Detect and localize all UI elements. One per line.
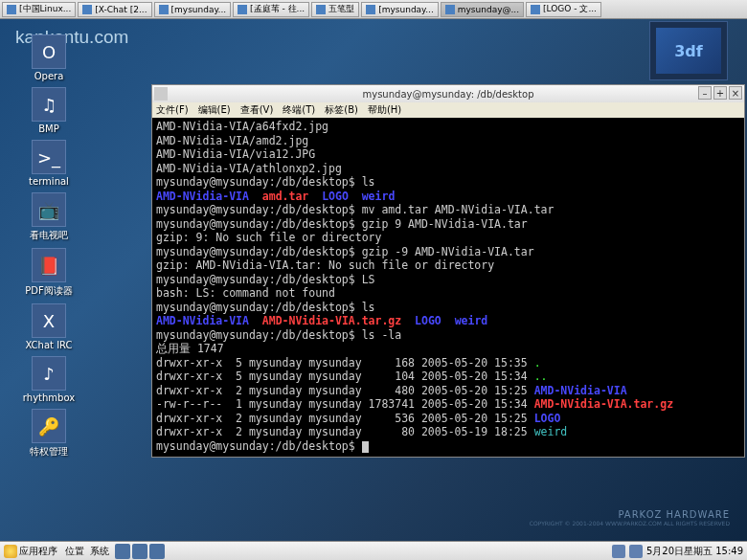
parkoz-sub: COPYRIGHT © 2001-2004 WWW.PARKOZ.COM ALL… — [530, 520, 730, 526]
app-icon: 📺 — [32, 192, 66, 227]
app-icon — [445, 5, 455, 14]
icon-label: terminal — [29, 176, 69, 187]
window-controls: – + × — [698, 86, 742, 100]
parkoz-credit: PARKOZ HARDWARE COPYRIGHT © 2001-2004 WW… — [530, 509, 730, 526]
terminal-window[interactable]: mysunday@mysunday: /db/desktop – + × 文件(… — [151, 84, 745, 458]
desktop-icon[interactable]: >_terminal — [10, 140, 88, 187]
taskbar-label: [中国Linux... — [19, 3, 71, 15]
icon-label: Opera — [34, 71, 64, 81]
taskbar-button[interactable]: mysunday@... — [441, 2, 524, 17]
menu-item[interactable]: 编辑(E) — [198, 103, 231, 117]
taskbar-label: mysunday@... — [458, 5, 519, 14]
quick-launch-item[interactable] — [132, 544, 147, 559]
desktop-icon[interactable]: 🔑特权管理 — [10, 409, 88, 459]
taskbar-button[interactable]: [mysunday... — [154, 2, 232, 17]
window-menu-icon[interactable] — [154, 87, 168, 101]
menu-item[interactable]: 查看(V) — [240, 103, 274, 117]
desktop-icon[interactable]: 📕PDF阅读器 — [10, 248, 88, 298]
app-icon: O — [32, 34, 66, 69]
taskbar-label: [X-Chat [2... — [95, 5, 147, 14]
desktop-widget: 3df — [649, 21, 728, 80]
app-icon — [316, 5, 326, 14]
app-icon — [7, 5, 16, 14]
applications-label: 应用程序 — [19, 545, 57, 558]
panel-menus: 位置系统 — [65, 545, 109, 558]
quick-launch — [115, 544, 165, 559]
taskbar-button[interactable]: [mysunday... — [361, 2, 439, 17]
icon-label: 特权管理 — [30, 445, 68, 459]
desktop-icons: OOpera♫BMP>_terminal📺看电视吧📕PDF阅读器XXChat I… — [10, 34, 88, 459]
icon-label: 看电视吧 — [30, 229, 68, 242]
icon-label: PDF阅读器 — [25, 284, 72, 298]
desktop-icon[interactable]: OOpera — [10, 34, 88, 81]
app-icon: X — [32, 303, 66, 338]
cursor — [362, 441, 369, 453]
taskbar-button[interactable]: [X-Chat [2... — [78, 2, 151, 17]
terminal-title: mysunday@mysunday: /db/desktop — [362, 89, 533, 100]
taskbar-button[interactable]: 五笔型 — [311, 2, 359, 17]
gnome-foot-icon — [4, 545, 17, 558]
taskbar-label: [LOGO - 文... — [543, 3, 597, 15]
taskbar-button[interactable]: [LOGO - 文... — [526, 2, 601, 17]
taskbar-label: [孟庭苇 - 往... — [250, 3, 305, 15]
bottom-panel: 应用程序 位置系统 5月20日星期五 15:49 — [0, 541, 747, 560]
taskbar-button[interactable]: [中国Linux... — [2, 2, 76, 17]
terminal-content[interactable]: AMD-NVidia-VIA/a64fxd2.jpg AMD-NVidia-VI… — [152, 118, 744, 457]
maximize-button[interactable]: + — [713, 86, 727, 100]
menu-item[interactable]: 文件(F) — [156, 103, 189, 117]
icon-label: rhythmbox — [23, 392, 75, 403]
top-taskbar: [中国Linux...[X-Chat [2...[mysunday...[孟庭苇… — [0, 0, 747, 19]
app-icon — [531, 5, 540, 14]
icon-label: BMP — [38, 123, 59, 134]
app-icon: ♪ — [32, 356, 66, 391]
tray-icon[interactable] — [612, 545, 625, 558]
clock[interactable]: 5月20日星期五 15:49 — [646, 545, 743, 558]
panel-menu-item[interactable]: 位置 — [65, 545, 84, 558]
app-icon — [82, 5, 92, 14]
desktop-icon[interactable]: ♪rhythmbox — [10, 356, 88, 403]
panel-menu-item[interactable]: 系统 — [90, 545, 109, 558]
app-icon — [366, 5, 375, 14]
desktop-icon[interactable]: XXChat IRC — [10, 303, 88, 350]
close-button[interactable]: × — [729, 86, 742, 100]
taskbar-label: 五笔型 — [328, 3, 354, 15]
taskbar-button[interactable]: [孟庭苇 - 往... — [233, 2, 309, 17]
applications-menu[interactable]: 应用程序 — [0, 545, 61, 558]
app-icon — [159, 5, 169, 14]
menu-item[interactable]: 标签(B) — [325, 103, 358, 117]
app-icon — [238, 5, 247, 14]
app-icon: >_ — [32, 140, 66, 174]
menu-item[interactable]: 终端(T) — [283, 103, 315, 117]
terminal-menubar: 文件(F)编辑(E)查看(V)终端(T)标签(B)帮助(H) — [152, 102, 744, 118]
system-tray: 5月20日星期五 15:49 — [612, 545, 747, 558]
volume-icon[interactable] — [629, 545, 643, 558]
desktop-icon[interactable]: ♫BMP — [10, 87, 88, 134]
app-icon: 📕 — [32, 248, 66, 282]
terminal-titlebar[interactable]: mysunday@mysunday: /db/desktop – + × — [152, 85, 744, 102]
desktop-icon[interactable]: 📺看电视吧 — [10, 192, 88, 242]
icon-label: XChat IRC — [25, 340, 72, 350]
app-icon: 🔑 — [32, 409, 66, 443]
taskbar-label: [mysunday... — [171, 5, 227, 14]
quick-launch-item[interactable] — [115, 544, 130, 559]
minimize-button[interactable]: – — [698, 86, 712, 100]
quick-launch-item[interactable] — [149, 544, 165, 559]
menu-item[interactable]: 帮助(H) — [368, 103, 401, 117]
app-icon: ♫ — [32, 87, 66, 122]
parkoz-main: PARKOZ HARDWARE — [530, 509, 730, 520]
taskbar-label: [mysunday... — [378, 5, 434, 14]
